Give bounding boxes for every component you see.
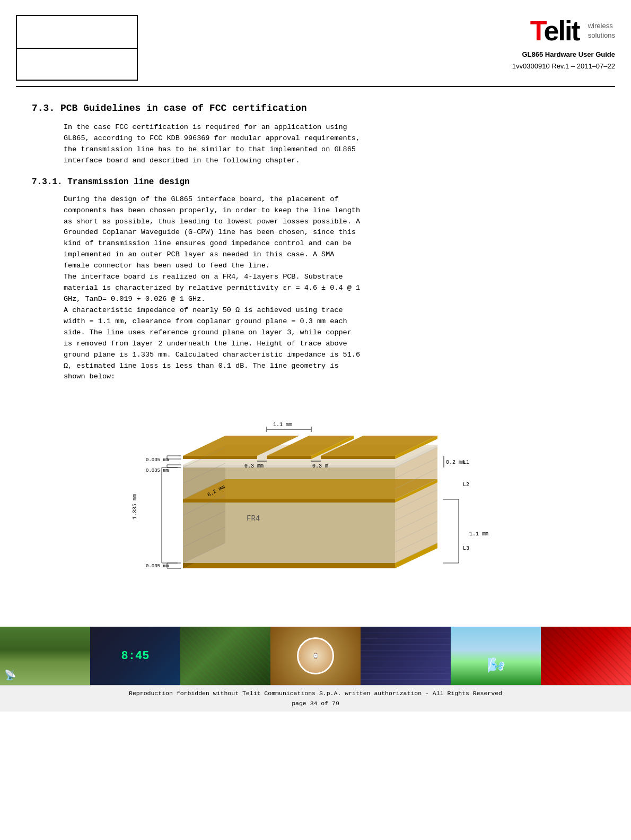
doc-info: GL865 Hardware User Guide 1vv0300910 Rev… xyxy=(512,49,615,72)
pcb-diagram-container: FR4 xyxy=(32,393,599,600)
logo-wireless-text: wirelesssolutions xyxy=(588,21,615,40)
footer-line2: page 34 of 79 xyxy=(5,699,626,708)
layer2-front xyxy=(183,465,395,467)
label-0-035mm-3: 0.035 mm xyxy=(146,564,169,569)
section-7-3-heading: 7.3. PCB Guidelines in case of FCC certi… xyxy=(32,103,599,114)
footer-photo-4: ⌚ xyxy=(270,627,361,685)
footer-text-area: Reproduction forbidden without Telit Com… xyxy=(0,685,631,712)
label-1-1mm-right: 1.1 mm xyxy=(469,531,488,537)
label-L1: L1 xyxy=(463,460,469,465)
label-0-3mm-right: 0.3 m xyxy=(312,463,328,469)
footer-photos: 📡 8:45 ⌚ 🌬️ xyxy=(0,627,631,685)
label-0-3mm: 0.3 mm xyxy=(244,463,264,469)
main-content: 7.3. PCB Guidelines in case of FCC certi… xyxy=(0,87,631,621)
header-box-top xyxy=(16,15,138,48)
logo-telit-text: Telit xyxy=(530,15,580,47)
pcb-diagram: FR4 xyxy=(130,393,501,600)
header-left-boxes xyxy=(16,15,138,81)
doc-rev: 1vv0300910 Rev.1 – 2011–07–22 xyxy=(512,60,615,72)
logo: Telit wirelesssolutions xyxy=(530,15,615,47)
label-0-2mm: 0.2 mm xyxy=(446,460,465,465)
bottom-copper-front xyxy=(183,563,395,568)
footer-photo-1: 📡 xyxy=(0,627,90,685)
label-1-335mm: 1.335 mm xyxy=(132,494,138,519)
layer3-copper-front xyxy=(183,499,395,503)
fr4-label: FR4 xyxy=(247,514,260,523)
footer-photo-5 xyxy=(361,627,451,685)
doc-title: GL865 Hardware User Guide xyxy=(512,49,615,60)
header-right: Telit wirelesssolutions GL865 Hardware U… xyxy=(512,10,615,72)
top-copper-right-front xyxy=(321,456,395,459)
section-7-3-1-body: During the design of the GL865 interface… xyxy=(32,194,599,383)
logo-rest: elit xyxy=(544,15,580,46)
footer-line1: Reproduction forbidden without Telit Com… xyxy=(5,689,626,698)
section-7-3-1-heading: 7.3.1. Transmission line design xyxy=(32,177,599,187)
section-7-3-body: In the case FCC certification is require… xyxy=(32,122,599,167)
page-header: Telit wirelesssolutions GL865 Hardware U… xyxy=(0,0,631,86)
footer-photo-3 xyxy=(180,627,270,685)
label-0-035mm-1: 0.035 mm xyxy=(146,457,169,463)
top-trace-front xyxy=(267,456,311,459)
label-L2: L2 xyxy=(463,482,469,488)
footer-photo-2: 8:45 xyxy=(90,627,180,685)
top-copper-left-front xyxy=(183,456,257,459)
logo-t: T xyxy=(530,15,544,46)
footer-photo-7 xyxy=(541,627,631,685)
label-0-035mm-2: 0.035 mm xyxy=(146,468,169,473)
footer-photo-6: 🌬️ xyxy=(451,627,541,685)
header-box-bottom xyxy=(16,48,138,81)
label-1-1mm-top: 1.1 mm xyxy=(273,422,292,428)
label-L3: L3 xyxy=(463,545,469,551)
